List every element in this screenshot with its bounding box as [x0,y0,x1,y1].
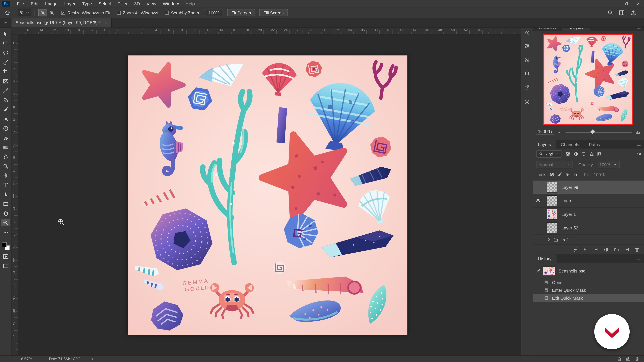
filter-toggle-icon[interactable] [636,151,642,157]
link-icon[interactable] [572,247,578,252]
workspace-icon[interactable] [618,9,625,16]
zoom-out-mountains-icon[interactable] [557,129,562,134]
menu-type[interactable]: Type [79,0,95,7]
marquee-tool[interactable] [1,40,10,47]
menu-select[interactable]: Select [95,0,114,7]
lock-transparent-icon[interactable] [550,172,554,177]
shape-tool[interactable] [1,200,10,207]
visibility-toggle[interactable] [533,181,544,194]
type-tool[interactable] [1,181,10,188]
fit-screen-button[interactable]: Fit Screen [227,9,255,16]
adjustments-icon[interactable] [524,57,530,63]
healing-tool[interactable] [1,96,10,104]
trash-icon[interactable] [634,356,640,362]
opacity-dropdown[interactable]: 100% [596,161,620,168]
color-swatches[interactable] [2,242,10,250]
zoom-out-button[interactable] [47,9,56,16]
layer-row-layer-1[interactable]: Layer 1 [533,208,644,221]
expand-panels-icon[interactable] [524,29,530,36]
menu-edit[interactable]: Edit [27,0,42,7]
properties-icon[interactable] [524,43,530,49]
current-tool-button[interactable] [18,8,31,16]
zoom-tool[interactable] [1,219,10,226]
menu-3d[interactable]: 3D [131,0,143,7]
checkbox-box[interactable] [116,10,120,14]
layer-row-logo[interactable]: Logo [533,194,644,208]
mask-icon[interactable] [593,247,599,252]
navigator-thumbnail[interactable] [544,34,633,125]
menu-image[interactable]: Image [42,0,61,7]
document-tab[interactable]: Seashells.psd @ 16.7% (Layer 99, RGB/8) … [12,17,112,27]
tab-paths[interactable]: Paths [584,140,605,149]
vertical-ruler[interactable]: 2024681012141618202224262830323436384042… [12,34,18,356]
blend-mode-dropdown[interactable]: Normal [536,161,572,168]
eye-icon[interactable] [533,194,544,207]
quick-mask-icon[interactable] [1,253,10,260]
navigator-proxy-view[interactable] [544,34,633,125]
home-icon[interactable] [4,9,10,16]
horizontal-ruler[interactable]: 1614121086420246810121416182022242628303… [18,28,521,34]
brush-tool[interactable] [1,106,10,113]
tab-history[interactable]: History [533,254,556,263]
panel-menu-icon[interactable] [636,142,642,147]
gradient-tool[interactable] [1,144,10,151]
minimize-button[interactable] [610,0,621,7]
layer-thumbnail[interactable] [547,182,558,193]
layer-row-ref[interactable]: ref [533,235,644,245]
new-doc-icon[interactable] [616,356,622,362]
zoom-in-button[interactable] [38,9,47,16]
lock-brush-icon[interactable] [558,172,562,177]
layer-row-layer-99[interactable]: Layer 99 [533,181,644,194]
fill-value[interactable]: 100% [594,172,605,177]
history-source-icon[interactable] [536,268,541,274]
panel-menu-icon[interactable] [636,256,642,261]
zoom-in-mountains-icon[interactable] [636,129,641,134]
frame-tool[interactable] [1,78,10,85]
history-state-enter-quick-mask[interactable]: Enter Quick Mask [533,286,644,294]
export-icon[interactable] [524,84,530,91]
toolbar-toggle-icon[interactable] [4,20,8,24]
photoshop-logo[interactable]: Ps [2,1,10,6]
checkbox-box[interactable]: ✓ [165,10,169,14]
adjustment-filter-icon[interactable] [574,151,579,157]
share-icon[interactable] [630,9,636,16]
status-zoom-value[interactable]: 16.67% [19,357,38,361]
checkbox-scrubby-zoom[interactable]: ✓Scrubby Zoom [165,10,199,15]
slider-knob[interactable] [590,129,595,134]
navigator-zoom-slider[interactable] [566,129,632,134]
foreground-color-swatch[interactable] [2,242,6,247]
dodge-tool[interactable] [1,163,10,170]
pixel-filter-icon[interactable] [566,151,571,157]
quick-select-tool[interactable] [1,59,10,66]
menu-filter[interactable]: Filter [114,0,131,7]
tab-layers[interactable]: Layers [533,140,556,149]
crop-tool[interactable] [1,68,10,75]
more-icon[interactable] [1,229,10,236]
settings-icon[interactable] [524,98,530,105]
screen-mode-icon[interactable] [1,262,10,269]
history-brush-tool[interactable] [1,125,10,132]
pen-tool[interactable] [1,172,10,179]
eraser-tool[interactable] [1,134,10,141]
visibility-toggle[interactable] [533,235,544,244]
search-icon[interactable] [607,9,614,16]
tab-channels[interactable]: Channels [556,140,584,149]
lasso-tool[interactable] [1,49,10,56]
status-options-icon[interactable] [90,357,94,361]
hand-tool[interactable] [1,210,10,217]
menu-layer[interactable]: Layer [61,0,79,7]
restore-button[interactable] [621,0,632,7]
layer-thumbnail[interactable] [547,195,558,206]
eyedropper-tool[interactable] [1,87,10,94]
checkbox-box[interactable]: ✓ [61,10,65,14]
type-filter-icon[interactable] [581,151,586,157]
camera-icon[interactable] [626,356,631,362]
canvas-artwork[interactable] [128,55,408,335]
menu-window[interactable]: Window [160,0,182,7]
adjustment-icon[interactable] [604,247,609,252]
smart-filter-icon[interactable] [597,151,602,157]
kind-filter-dropdown[interactable]: Kind [536,150,561,158]
navigator-zoom-value[interactable]: 16.67% [536,129,554,135]
menu-view[interactable]: View [143,0,160,7]
layer-row-layer-52[interactable]: Layer 52 [533,221,644,235]
